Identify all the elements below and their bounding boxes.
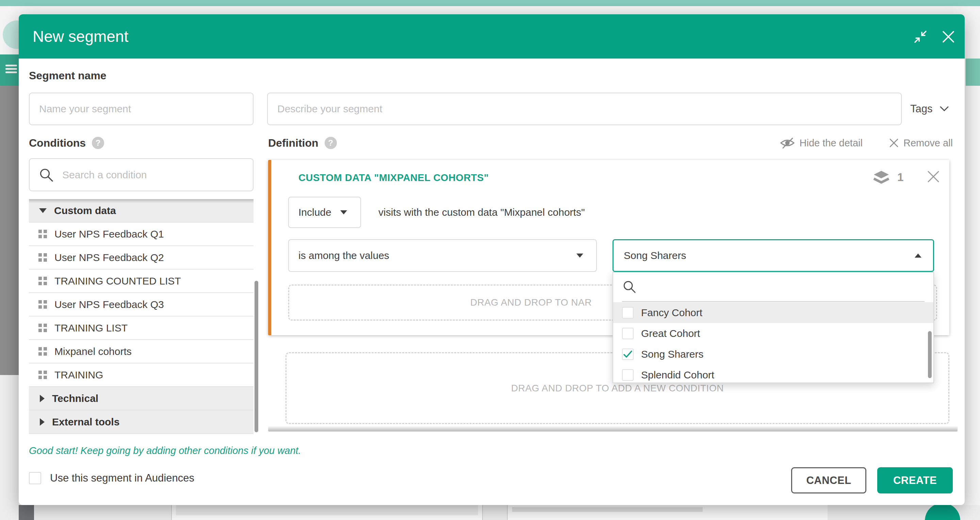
close-icon[interactable] (926, 170, 940, 184)
condition-item-label: Mixpanel cohorts (54, 346, 132, 357)
drag-handle-icon[interactable] (38, 371, 47, 379)
include-select[interactable]: Include (288, 197, 361, 228)
condition-search-input[interactable] (62, 169, 226, 181)
audiences-checkbox[interactable] (29, 472, 41, 484)
search-icon[interactable] (622, 279, 637, 294)
dropdown-option[interactable]: Song Sharers (613, 344, 933, 364)
option-label: Great Cohort (641, 328, 700, 339)
checkbox-unchecked[interactable] (622, 369, 633, 381)
drag-handle-icon[interactable] (38, 253, 47, 262)
checkbox-checked[interactable] (622, 348, 633, 360)
conditions-title: Conditions (29, 137, 86, 149)
condition-item[interactable]: TRAINING COUNTED LIST (29, 270, 253, 293)
value-select[interactable]: Song Sharers (612, 239, 934, 272)
triangle-right-icon (40, 395, 45, 402)
drag-handle-icon[interactable] (38, 300, 47, 309)
value-dropdown-panel: Fancy Cohort Great Cohort Song Sharers S… (612, 272, 934, 383)
option-label: Fancy Cohort (641, 307, 702, 318)
value-select-value: Song Sharers (624, 250, 686, 261)
divider (622, 301, 924, 302)
condition-item-label: TRAINING LIST (54, 322, 127, 334)
drag-handle-icon[interactable] (38, 347, 47, 356)
app-sidebar-fragment (0, 86, 19, 375)
help-icon[interactable] (92, 137, 104, 149)
stack-count: 1 (897, 171, 904, 184)
triangle-right-icon (40, 418, 45, 426)
condition-item[interactable]: User NPS Feedback Q2 (29, 246, 253, 270)
dropdown-option[interactable]: Great Cohort (613, 323, 933, 344)
scrollbar-thumb[interactable] (255, 281, 258, 432)
close-icon[interactable] (942, 30, 955, 44)
page-bottom-fragment (19, 505, 980, 520)
scrollbar-thumb[interactable] (928, 331, 932, 378)
caret-up-icon (915, 254, 921, 258)
audiences-checkbox-label: Use this segment in Audiences (50, 472, 194, 484)
help-icon[interactable] (325, 137, 337, 149)
narrow-dropzone-label: DRAG AND DROP TO NAR (470, 286, 592, 320)
operator-select[interactable]: is among the values (288, 239, 597, 272)
option-label: Splendid Cohort (641, 369, 714, 381)
create-button[interactable]: CREATE (877, 467, 953, 493)
audiences-option: Use this segment in Audiences (29, 472, 194, 484)
group-label: Technical (52, 393, 98, 404)
condition-item[interactable]: Mixpanel cohorts (29, 340, 253, 363)
include-select-value: Include (298, 207, 331, 218)
hint-message: Good start! Keep going by adding other c… (29, 445, 301, 456)
tags-label: Tags (910, 103, 932, 115)
condition-list: Custom data User NPS Feedback Q1 User NP… (29, 199, 253, 434)
close-icon (889, 138, 899, 148)
segment-name-label: Segment name (29, 70, 107, 82)
operator-select-value: is among the values (298, 250, 389, 261)
remove-all-button[interactable]: Remove all (889, 137, 953, 149)
app-header-fragment-right (966, 59, 980, 86)
condition-item-label: TRAINING COUNTED LIST (54, 275, 181, 287)
cancel-button[interactable]: CANCEL (791, 467, 866, 493)
segment-description-input[interactable] (267, 92, 902, 125)
option-label: Song Sharers (641, 348, 703, 360)
dropdown-option[interactable]: Fancy Cohort (613, 302, 933, 323)
condition-card-title: CUSTOM DATA "MIXPANEL COHORTS" (298, 172, 488, 183)
condition-item-label: User NPS Feedback Q1 (54, 228, 164, 240)
segment-name-input[interactable] (29, 92, 253, 125)
condition-item[interactable]: User NPS Feedback Q1 (29, 223, 253, 246)
tags-dropdown[interactable]: Tags (910, 92, 955, 125)
checkbox-unchecked[interactable] (622, 307, 633, 318)
dropdown-option[interactable]: Splendid Cohort (613, 364, 933, 383)
conditions-section-header: Conditions (29, 135, 104, 150)
hide-detail-button[interactable]: Hide the detail (780, 137, 862, 149)
app-sidebar-fragment-lower (0, 375, 19, 520)
triangle-down-icon (39, 208, 47, 213)
drag-handle-icon[interactable] (38, 230, 47, 238)
caret-down-icon (576, 254, 583, 258)
add-dropzone-label: DRAG AND DROP TO ADD A NEW CONDITION (511, 383, 724, 394)
condition-search (29, 158, 253, 191)
condition-item[interactable]: TRAINING (29, 363, 253, 387)
hide-detail-label: Hide the detail (800, 137, 862, 149)
horizontal-scrollbar[interactable] (268, 426, 958, 431)
collapse-icon[interactable] (914, 30, 927, 44)
modal-title: New segment (33, 27, 128, 46)
condition-item[interactable]: TRAINING LIST (29, 316, 253, 340)
remove-all-label: Remove all (904, 137, 953, 149)
group-technical[interactable]: Technical (29, 387, 253, 410)
group-external-tools[interactable]: External tools (29, 410, 253, 434)
definition-title: Definition (268, 137, 318, 149)
condition-item-label: TRAINING (54, 369, 103, 381)
condition-item-label: User NPS Feedback Q3 (54, 299, 164, 310)
menu-icon[interactable] (5, 65, 17, 73)
new-segment-modal: New segment Segment name Tags (19, 14, 965, 505)
include-description: visits with the custom data "Mixpanel co… (379, 197, 585, 228)
stack-counter: 1 (873, 170, 904, 184)
caret-down-icon (340, 210, 347, 215)
condition-item[interactable]: User NPS Feedback Q3 (29, 293, 253, 316)
modal-header: New segment (19, 14, 965, 59)
group-custom-data[interactable]: Custom data (29, 199, 253, 223)
group-label: Custom data (54, 205, 116, 216)
search-icon (38, 167, 54, 183)
definition-actions: Hide the detail Remove all (780, 135, 953, 150)
layers-icon (873, 170, 890, 184)
chevron-down-icon (940, 106, 949, 111)
drag-handle-icon[interactable] (38, 277, 47, 285)
drag-handle-icon[interactable] (38, 324, 47, 332)
checkbox-unchecked[interactable] (622, 328, 633, 339)
